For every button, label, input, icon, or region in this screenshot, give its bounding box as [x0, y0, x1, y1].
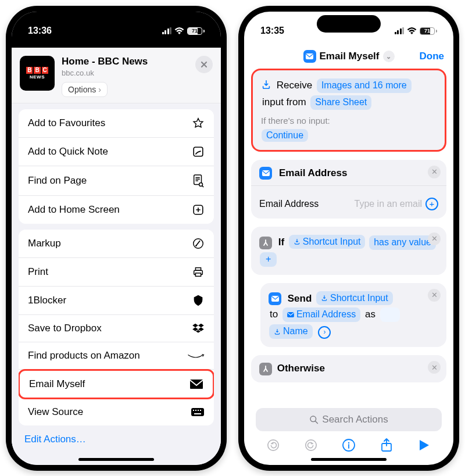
- svg-rect-8: [195, 273, 201, 277]
- svg-rect-13: [198, 410, 199, 411]
- token-input-types[interactable]: Images and 16 more: [317, 78, 412, 93]
- receive-block[interactable]: Receive Images and 16 more input from Sh…: [251, 69, 446, 152]
- send-block[interactable]: ✕ Send Shortcut Input to Email Address: [260, 283, 446, 348]
- battery-icon: 71: [420, 27, 437, 35]
- done-button[interactable]: Done: [420, 51, 445, 62]
- battery-icon: 71: [187, 27, 205, 35]
- redo-button[interactable]: [303, 438, 319, 453]
- screen-right: 13:35 71 Email Myself ⌄ Done: [244, 12, 453, 465]
- input-from-label: input from: [262, 96, 306, 108]
- token-send-as-blank[interactable]: [380, 307, 400, 322]
- email-address-block[interactable]: ✕ Email Address Email Address Type in an…: [251, 160, 446, 219]
- add-variable-button[interactable]: +: [425, 198, 438, 210]
- if-block[interactable]: ✕ If Shortcut Input has any value +: [251, 227, 446, 275]
- action-quick-note[interactable]: Add to Quick Note: [19, 138, 214, 166]
- variable-icon: [294, 238, 301, 245]
- amazon-icon: [187, 351, 205, 360]
- signal-icon: [162, 27, 172, 34]
- action-dropbox[interactable]: Save to Dropbox: [19, 315, 214, 342]
- find-icon: [192, 174, 205, 188]
- wifi-icon: [407, 27, 417, 35]
- svg-rect-7: [195, 268, 201, 271]
- keyboard-icon: [191, 407, 205, 417]
- action-1blocker[interactable]: 1Blocker: [19, 287, 214, 315]
- status-time: 13:36: [28, 26, 52, 36]
- send-label: Send: [288, 293, 312, 304]
- action-section-2: Markup Print 1Blocker Save to Dropbox Fi…: [19, 230, 214, 425]
- envelope-icon: [306, 53, 313, 59]
- expand-button[interactable]: ›: [318, 326, 331, 339]
- svg-rect-12: [195, 410, 196, 411]
- svg-rect-9: [190, 380, 203, 389]
- shortcut-title[interactable]: Email Myself ⌄: [303, 50, 395, 63]
- notch: [317, 15, 381, 33]
- email-block-title: Email Address: [279, 167, 347, 179]
- delete-block-button[interactable]: ✕: [428, 289, 441, 302]
- token-send-to[interactable]: Email Address: [282, 307, 360, 322]
- email-input[interactable]: Type in an email: [354, 199, 422, 209]
- email-field-label: Email Address: [259, 199, 319, 209]
- action-find-on-page[interactable]: Find on Page: [19, 166, 214, 196]
- otherwise-block[interactable]: ✕ Otherwise: [251, 355, 446, 382]
- share-title: Home - BBC News: [62, 56, 188, 67]
- chevron-down-icon: ⌄: [383, 51, 395, 62]
- search-icon: [309, 415, 319, 424]
- close-button[interactable]: [195, 56, 213, 73]
- token-send-input[interactable]: Shortcut Input: [316, 291, 393, 306]
- status-time: 13:35: [260, 26, 284, 36]
- token-if-condition[interactable]: has any value: [369, 235, 436, 250]
- action-email-myself[interactable]: Email Myself: [19, 369, 214, 399]
- add-condition-button[interactable]: +: [260, 252, 277, 267]
- action-markup[interactable]: Markup: [19, 230, 214, 258]
- action-add-favourites[interactable]: Add to Favourites: [19, 109, 214, 138]
- svg-rect-11: [193, 410, 194, 411]
- home-indicator[interactable]: [78, 458, 154, 461]
- if-label: If: [278, 237, 284, 248]
- phone-right: 13:35 71 Email Myself ⌄ Done: [238, 6, 459, 471]
- share-header: BBC NEWS Home - BBC News bbc.co.uk Optio…: [12, 48, 221, 103]
- home-indicator[interactable]: [311, 458, 387, 461]
- delete-block-button[interactable]: ✕: [428, 361, 441, 374]
- blocker-icon: [192, 294, 205, 307]
- chevron-right-icon: ›: [98, 85, 101, 94]
- action-print[interactable]: Print: [19, 258, 214, 287]
- token-if-input[interactable]: Shortcut Input: [289, 235, 366, 249]
- star-icon: [192, 117, 205, 130]
- mail-glyph-icon: [259, 167, 272, 180]
- token-no-input-action[interactable]: Continue: [262, 129, 308, 142]
- svg-rect-14: [200, 410, 201, 411]
- svg-point-21: [268, 440, 278, 450]
- action-amazon[interactable]: Find products on Amazon: [19, 342, 214, 370]
- as-label: as: [365, 309, 375, 320]
- wifi-icon: [174, 27, 184, 35]
- no-input-label: If there's no input:: [261, 116, 437, 126]
- undo-icon: [267, 439, 280, 452]
- otherwise-glyph-icon: [259, 363, 272, 375]
- envelope-icon: [287, 312, 294, 317]
- svg-point-2: [199, 182, 203, 186]
- action-add-home-screen[interactable]: Add to Home Screen: [19, 196, 214, 224]
- options-button[interactable]: Options ›: [62, 82, 108, 97]
- variable-icon: [274, 328, 281, 335]
- variable-icon: [321, 295, 328, 302]
- search-actions-input[interactable]: Search Actions: [256, 408, 442, 431]
- run-button[interactable]: [417, 438, 432, 453]
- quicknote-icon: [192, 145, 205, 158]
- phone-left: 13:36 71 BBC NEWS Home -: [6, 6, 227, 471]
- action-view-source[interactable]: View Source: [19, 399, 214, 425]
- edit-actions-button[interactable]: Edit Actions…: [12, 425, 221, 453]
- delete-block-button[interactable]: ✕: [428, 166, 441, 178]
- share-button[interactable]: [379, 438, 394, 453]
- token-source[interactable]: Share Sheet: [310, 95, 371, 110]
- info-button[interactable]: [341, 438, 356, 453]
- screen-left: 13:36 71 BBC NEWS Home -: [12, 12, 221, 465]
- token-send-as[interactable]: Name: [269, 324, 313, 339]
- action-section-1: Add to Favourites Add to Quick Note Find…: [19, 109, 214, 224]
- markup-icon: [192, 237, 205, 250]
- delete-block-button[interactable]: ✕: [428, 232, 441, 245]
- nav-bar: Email Myself ⌄ Done: [244, 44, 453, 69]
- undo-button[interactable]: [266, 438, 281, 453]
- redo-icon: [305, 439, 317, 452]
- shortcut-editor: Receive Images and 16 more input from Sh…: [244, 69, 453, 441]
- close-icon: [201, 61, 208, 68]
